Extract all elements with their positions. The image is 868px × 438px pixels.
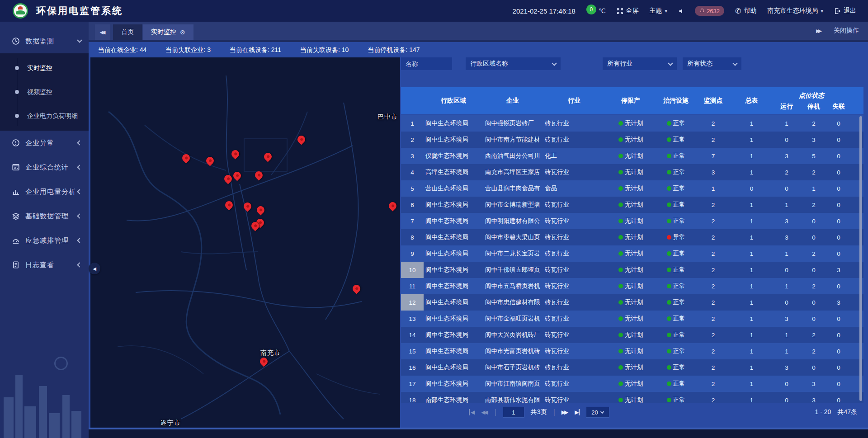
help-button[interactable]: ✆ 帮助 [735,7,756,15]
cell-stopped: 0 [802,294,825,311]
tab-close-icon[interactable]: ⊗ [180,28,185,36]
table-row[interactable]: 13阆中生态环境局阆中市金福旺页岩机砖砖瓦行业无计划正常21300 [401,311,863,327]
sidebar-subitem-label: 实时监控 [27,64,52,72]
table-row[interactable]: 5营山生态环境局营山县润丰肉食品有限食品无计划正常10010 [401,180,863,197]
cell-stopped: 2 [802,327,825,343]
tabs-scroll-right-button[interactable]: ▶▶ [816,28,822,34]
next-page-button[interactable]: ▶▶ [561,409,568,415]
cell-limit-status: 无计划 [604,262,658,278]
tabs-scroll-left-button[interactable]: ◀◀ [95,24,110,40]
sidebar-item-企业用电量分析[interactable]: 企业用电量分析 [0,179,89,204]
table-row[interactable]: 1阆中生态环境局阆中强锐页岩砖厂砖瓦行业无计划正常21120 [401,115,863,132]
theme-dropdown[interactable]: 主题 ▾ [650,7,668,15]
fullscreen-button[interactable]: 全屏 [617,7,639,15]
cell-company: 阆中明阳建材有限公司 [481,213,540,229]
table-row[interactable]: 17阆中生态环境局阆中市江南镇阆南页岩砖瓦行业无计划正常21030 [401,376,863,392]
cell-monitor-points: 2 [694,376,732,392]
org-dropdown[interactable]: 南充市生态环境局 ▾ [767,7,823,15]
col-points: 监测点 [694,87,732,114]
alert-circle-icon [12,139,20,147]
sidebar-item-企业综合统计[interactable]: 企业综合统计 [0,155,89,179]
tab-home[interactable]: 首页 [113,24,142,40]
cell-lost: 0 [825,115,852,132]
table-row[interactable]: 2阆中生态环境局阆中市南方节能建材有砖瓦行业无计划正常21030 [401,132,863,148]
cell-region: 阆中生态环境局 [424,132,481,148]
speaker-icon [678,8,684,14]
table-scrollbar[interactable] [859,116,862,401]
cell-lost: 0 [825,213,852,229]
industry-select[interactable]: 所有行业 [603,57,677,70]
cell-index: 2 [401,132,424,148]
sidebar-subitem-企业电力负荷明细[interactable]: 企业电力负荷明细 [0,104,89,128]
sidebar-item-日志查看[interactable]: 日志查看 [0,253,89,277]
sidebar-subitem-实时监控[interactable]: 实时监控 [0,56,89,80]
cell-total-meters: 1 [732,262,771,278]
table-row[interactable]: 16阆中生态环境局阆中市石子页岩机砖厂砖瓦行业无计划正常21300 [401,359,863,376]
tab-realtime-monitor[interactable]: 实时监控 ⊗ [143,24,193,40]
stats-bar: 当前在线企业: 44当前失联企业: 3当前在线设备: 211当前失联设备: 10… [98,46,420,54]
cell-company: 阆中市江南镇阆南页岩 [481,376,540,392]
cell-limit-status: 无计划 [604,197,658,213]
cell-region: 阆中生态环境局 [424,376,481,392]
cell-industry: 砖瓦行业 [540,327,604,343]
chevron-left-icon [77,213,82,218]
stat-item: 当前失联企业: 3 [165,46,211,54]
cell-facility-status: 正常 [658,148,694,164]
status-dot-icon [667,219,671,223]
cell-total-meters: 1 [732,392,771,403]
cell-stopped: 0 [802,359,825,376]
cell-facility-status: 正常 [658,164,694,180]
sidebar-item-label: 基础数据管理 [25,212,78,221]
map-collapse-button[interactable]: ◀ [89,263,100,274]
status-dot-icon [618,154,623,158]
status-dot-icon [667,349,671,353]
cell-limit-status: 无计划 [604,180,658,197]
pagination-controls: ◀ ◀◀ | 共3页 | ▶▶ ▶ 20 [469,407,609,418]
cell-index: 8 [401,229,424,245]
first-page-button[interactable]: ◀ [469,409,475,415]
table-row[interactable]: 18南部生态环境局南部县新伟水泥有限公砖瓦行业无计划正常21030 [401,392,863,403]
table-row[interactable]: 3仪陇生态环境局西南油气田分公司川中化工无计划正常71350 [401,148,863,164]
cell-facility-status: 正常 [658,278,694,294]
table-row[interactable]: 9阆中生态环境局阆中市二龙长宝页岩砖砖瓦行业无计划正常21120 [401,245,863,262]
table-row[interactable]: 7阆中生态环境局阆中明阳建材有限公司砖瓦行业无计划正常21300 [401,213,863,229]
table-row[interactable]: 15阆中生态环境局阆中市光富页岩机砖厂砖瓦行业无计划正常21120 [401,343,863,359]
page-size-select[interactable]: 20 [586,407,609,418]
table-row[interactable]: 11阆中生态环境局阆中市五马桥页岩机砖砖瓦行业无计划正常21120 [401,278,863,294]
sidebar-item-基础数据管理[interactable]: 基础数据管理 [0,204,89,228]
cell-facility-status: 异常 [658,229,694,245]
table-row[interactable]: 8阆中生态环境局阆中市枣碧大梁山页岩砖瓦行业无计划异常21300 [401,229,863,245]
map-roads-layer [90,57,400,430]
sidebar-item-应急减排管理[interactable]: 应急减排管理 [0,228,89,253]
stat-item: 当前失联设备: 10 [300,46,349,54]
table-row[interactable]: 10阆中生态环境局阆中千佛镇五郎垭页岩砖瓦行业无计划正常21003 [401,262,863,278]
sidebar-item-数据监测[interactable]: 数据监测 [0,29,89,53]
cell-running: 3 [771,148,802,164]
region-select[interactable]: 行政区域名称 [466,57,561,70]
table-row[interactable]: 14阆中生态环境局阆中大兴页岩机砖厂砖瓦行业无计划正常21120 [401,327,863,343]
logout-button[interactable]: 退出 [834,7,856,15]
table-row[interactable]: 6阆中生态环境局阆中市金博瑞新型墙材砖瓦行业无计划正常21120 [401,197,863,213]
status-select[interactable]: 所有状态 [683,57,741,70]
sound-mute-button[interactable] [678,8,684,14]
total-count-label: 共47条 [837,408,857,416]
page-number-input[interactable] [503,407,524,418]
table-row[interactable]: 12阆中生态环境局阆中市忠信建材有限公砖瓦行业无计划正常21003 [401,294,863,311]
name-search-input[interactable] [401,57,452,70]
cell-index: 15 [401,343,424,359]
sidebar-subitem-视频监控[interactable]: 视频监控 [0,80,89,104]
table-row[interactable]: 4高坪生态环境局南充市高坪区王家店建砖瓦行业无计划正常31220 [401,164,863,180]
last-page-button[interactable]: ▶ [575,409,579,415]
gis-map[interactable]: 巴中市南充市遂宁市 [90,57,400,430]
cell-monitor-points: 2 [694,132,732,148]
cell-region: 阆中生态环境局 [424,229,481,245]
sidebar-item-企业异常[interactable]: 企业异常 [0,131,89,155]
cell-monitor-points: 7 [694,148,732,164]
close-operations-button[interactable]: 关闭操作 [834,27,859,35]
prev-page-button[interactable]: ◀◀ [481,409,488,415]
cell-limit-status: 无计划 [604,278,658,294]
status-dot-icon [618,284,623,288]
bar-chart-icon [12,188,20,196]
notification-badge[interactable]: 2632 [695,6,724,16]
cell-running: 1 [771,327,802,343]
